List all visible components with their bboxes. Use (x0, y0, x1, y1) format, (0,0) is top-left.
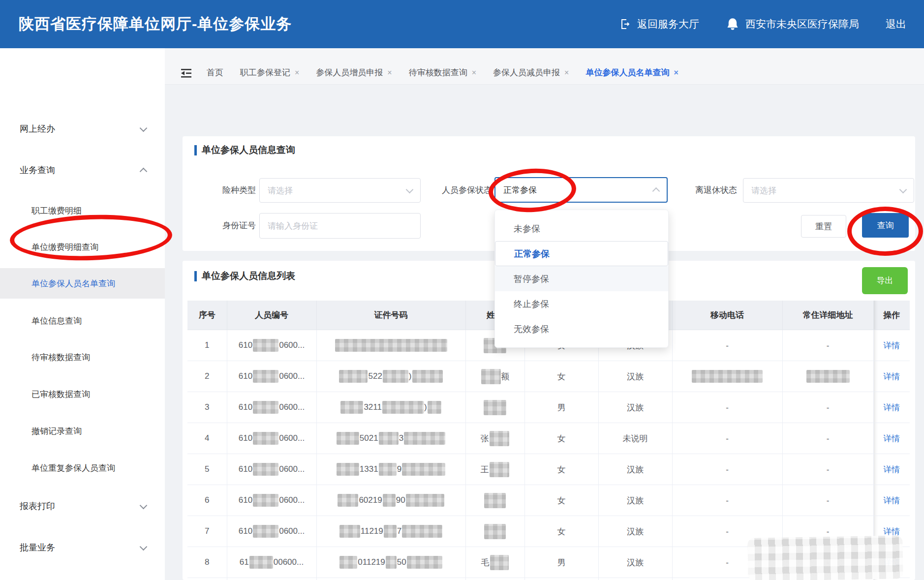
cell-text: 50 (397, 557, 406, 567)
detail-link[interactable]: 详情 (883, 403, 900, 412)
return-hall-link[interactable]: 返回服务大厅 (619, 17, 699, 31)
redacted-block (249, 556, 273, 569)
cell-text: - (726, 526, 729, 536)
tab-5-active[interactable]: 单位参保人员名单查询× (585, 67, 678, 78)
collapse-menu-icon[interactable] (181, 68, 193, 78)
close-tab-icon[interactable]: × (472, 68, 476, 77)
sidebar-group-label: 批量业务 (20, 542, 55, 553)
cell-name (465, 485, 524, 516)
export-button[interactable]: 导出 (862, 267, 908, 294)
column-header-8: 操作 (873, 301, 910, 330)
tab-label: 参保人员增员申报 (316, 67, 383, 78)
status-option-0[interactable]: 未参保 (495, 216, 668, 241)
sidebar-item-7[interactable]: 单位重复参保人员查询 (0, 453, 165, 483)
cell-seq: 8 (187, 547, 227, 578)
search-button[interactable]: 查询 (862, 213, 909, 238)
tab-1[interactable]: 职工参保登记× (240, 67, 299, 78)
logout-button[interactable]: 退出 (886, 17, 906, 31)
cell-ethnic: 未说明 (598, 423, 672, 454)
close-tab-icon[interactable]: × (387, 68, 392, 77)
person-status-label: 人员参保状态 (423, 184, 492, 197)
cell-text: - (827, 526, 830, 536)
sidebar-item-6[interactable]: 撤销记录查询 (0, 416, 165, 446)
detail-link[interactable]: 详情 (883, 465, 900, 474)
redacted-block (490, 431, 509, 446)
column-header-7: 常住详细地址 (782, 301, 873, 330)
chevron-down-icon (406, 185, 414, 193)
id-number-input[interactable]: 请输入身份证 (259, 213, 421, 239)
redacted-block (337, 432, 359, 445)
tab-2[interactable]: 参保人员增员申报× (316, 67, 392, 78)
retire-status-select[interactable]: 请选择 (743, 178, 914, 203)
tab-3[interactable]: 待审核数据查询× (409, 67, 476, 78)
sidebar-group-0[interactable]: 网上经办 (0, 115, 165, 143)
cell-text: 11219 (361, 526, 383, 536)
person-status-select[interactable]: 正常参保 (494, 177, 668, 203)
sidebar-item-0[interactable]: 职工缴费明细 (0, 195, 165, 226)
cell-text: 毛 (481, 558, 490, 567)
sidebar-item-4[interactable]: 待审核数据查询 (0, 342, 165, 372)
cell-text: 610 (239, 495, 252, 505)
detail-link[interactable]: 详情 (883, 341, 900, 350)
cell-code: 6100600... (227, 392, 316, 423)
close-tab-icon[interactable]: × (295, 68, 299, 77)
redacted-block (383, 370, 408, 383)
sidebar-item-1[interactable]: 单位缴费明细查询 (0, 232, 165, 262)
status-option-4[interactable]: 无效参保 (495, 316, 668, 341)
cell-text: 3211 (364, 402, 382, 412)
cell-text: ) (409, 371, 412, 381)
cell-text: - (726, 464, 729, 474)
sidebar-item-3[interactable]: 单位信息查询 (0, 305, 165, 336)
cell-text: 张 (481, 434, 489, 443)
reset-button[interactable]: 重置 (801, 215, 846, 238)
detail-link[interactable]: 详情 (883, 434, 900, 443)
chevron-down-icon (140, 502, 148, 510)
cell-text: - (726, 557, 729, 567)
cell-seq: 6 (187, 485, 227, 516)
cell-code: 6100600... (227, 454, 316, 485)
sidebar-group-label: 报表打印 (20, 500, 55, 512)
cell-phone: - (672, 423, 782, 454)
cell-text: - (827, 495, 830, 505)
close-tab-icon[interactable]: × (564, 68, 569, 77)
cell-seq: 1 (187, 330, 227, 361)
tab-0[interactable]: 首页 (207, 67, 223, 78)
tab-4[interactable]: 参保人员减员申报× (493, 67, 569, 78)
sidebar-item-2-active[interactable]: 单位参保人员名单查询 (0, 268, 165, 299)
org-badge[interactable]: 西安市未央区医疗保障局 (726, 17, 859, 31)
redacted-block (335, 339, 447, 352)
redacted-block (339, 370, 368, 383)
cell-gender: 女 (524, 485, 598, 516)
status-option-2[interactable]: 暂停参保 (495, 266, 668, 291)
sidebar-item-5[interactable]: 已审核数据查询 (0, 379, 165, 409)
insurance-type-select[interactable]: 请选择 (259, 178, 421, 203)
sidebar-group-3[interactable]: 批量业务 (0, 534, 165, 561)
table-row: 46100600...50213张女未说明--详情 (187, 423, 910, 454)
cell-text: 0600... (279, 402, 305, 412)
tab-label: 参保人员减员申报 (493, 67, 560, 78)
sidebar-group-1[interactable]: 业务查询 (0, 156, 165, 184)
insurance-type-label: 险种类型 (212, 184, 256, 197)
cell-addr: - (782, 454, 873, 485)
cell-ethnic: 汉族 (598, 547, 672, 578)
section-bar-icon (194, 271, 197, 281)
status-option-3[interactable]: 终止参保 (495, 291, 668, 316)
sidebar-group-2[interactable]: 报表打印 (0, 492, 165, 520)
cell-idno: 01121950 (316, 547, 465, 578)
section-bar-icon (194, 145, 197, 155)
cell-text: - (827, 433, 830, 443)
redacted-block (253, 463, 278, 476)
detail-link[interactable]: 详情 (883, 527, 900, 536)
cell-text: - (827, 340, 830, 350)
return-hall-icon (619, 18, 631, 30)
list-section-title: 单位参保人员信息列表 (194, 270, 295, 282)
chevron-up-icon (652, 187, 660, 195)
detail-link[interactable]: 详情 (883, 372, 900, 381)
redacted-block (337, 463, 359, 476)
close-tab-icon[interactable]: × (674, 68, 678, 77)
cell-addr: - (782, 423, 873, 454)
cell-text: - (827, 402, 830, 412)
cell-phone (672, 361, 782, 392)
status-option-1-selected[interactable]: 正常参保 (495, 241, 668, 266)
detail-link[interactable]: 详情 (883, 496, 900, 505)
